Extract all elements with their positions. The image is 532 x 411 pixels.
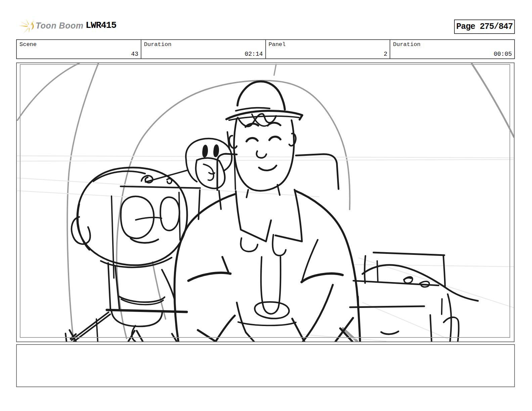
page-number-box: Page 275/847: [454, 19, 515, 34]
panel-duration-value: 00:05: [494, 51, 512, 57]
panel-info-row: Scene 43 Duration 02:14 Panel 2 Duration…: [16, 39, 515, 59]
scene-duration-label: Duration: [144, 41, 172, 48]
page-number-label: Page 275/847: [456, 22, 513, 32]
scene-duration-value: 02:14: [245, 51, 263, 57]
panel-duration-cell: Duration 00:05: [390, 40, 514, 58]
camera-frame: [20, 64, 510, 338]
storyboard-panel: [16, 62, 515, 342]
brand-wordmark: Toon Boom: [36, 21, 83, 31]
project-title: LWR415: [86, 20, 116, 31]
scene-label: Scene: [19, 41, 37, 48]
scene-value: 43: [131, 51, 138, 57]
caption-box: [16, 344, 515, 387]
panel-number-label: Panel: [269, 41, 286, 48]
panel-number-value: 2: [384, 51, 387, 57]
scene-cell: Scene 43: [17, 40, 141, 58]
panel-duration-label: Duration: [393, 41, 420, 48]
toonboom-starburst-icon: [19, 19, 35, 34]
panel-number-cell: Panel 2: [266, 40, 391, 58]
scene-duration-cell: Duration 02:14: [141, 40, 266, 58]
